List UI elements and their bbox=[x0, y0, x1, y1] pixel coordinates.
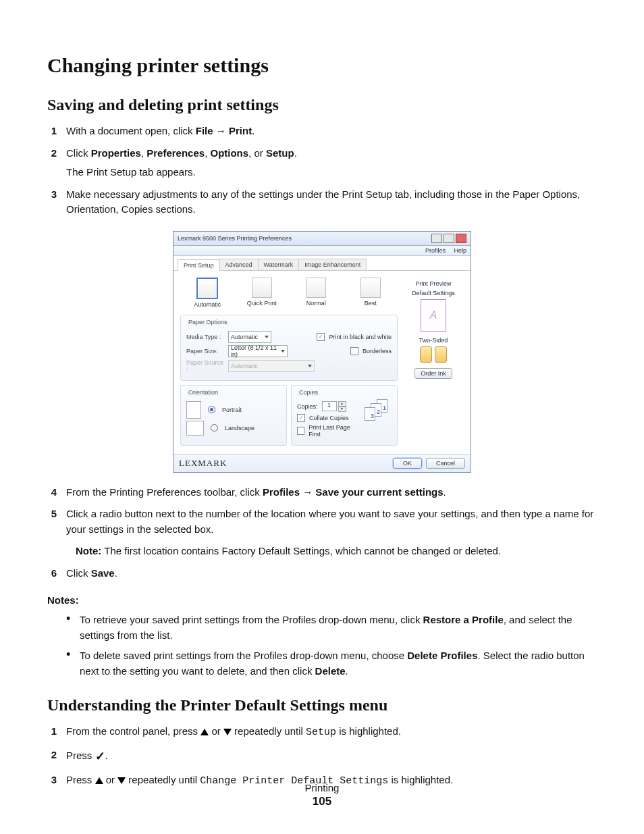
step-number: 5 bbox=[47, 506, 57, 559]
print-preview-link[interactable]: Print Preview bbox=[403, 280, 464, 287]
copies-input[interactable]: 1 bbox=[322, 401, 337, 411]
step-body: Click a radio button next to the number … bbox=[66, 506, 597, 559]
paper-size-select[interactable]: Letter (8 1/2 x 11 in) bbox=[228, 345, 288, 357]
collate-preview-icon: 1 2 3 bbox=[365, 399, 392, 419]
step-body: Make necessary adjustments to any of the… bbox=[66, 187, 597, 217]
tab-image-enhancement[interactable]: Image Enhancement bbox=[298, 259, 367, 270]
paper-options-group: Paper Options Media Type : Automatic ✓ P… bbox=[180, 315, 398, 381]
footer-section: Printing bbox=[0, 782, 644, 793]
bullet-icon: • bbox=[66, 648, 73, 679]
print-bw-label: Print in black and white bbox=[329, 334, 392, 340]
ink-icon bbox=[420, 346, 432, 363]
portrait-radio[interactable] bbox=[208, 406, 215, 413]
print-bw-checkbox[interactable]: ✓ bbox=[317, 333, 325, 341]
tab-print-setup[interactable]: Print Setup bbox=[178, 259, 220, 271]
ok-button[interactable]: OK bbox=[393, 458, 422, 469]
copies-group: Copies Copies: 1▲▼ ✓Collate Copies Print… bbox=[291, 385, 398, 446]
spin-up-icon[interactable]: ▲ bbox=[338, 401, 346, 407]
landscape-thumb-icon bbox=[186, 421, 204, 436]
last-page-first-checkbox[interactable] bbox=[297, 427, 304, 435]
close-icon[interactable] bbox=[456, 234, 466, 243]
chevron-down-icon bbox=[265, 336, 269, 338]
chevron-down-icon bbox=[281, 350, 285, 353]
media-type-select[interactable]: Automatic bbox=[228, 331, 271, 343]
spin-down-icon[interactable]: ▼ bbox=[338, 407, 346, 412]
page-title: Changing printer settings bbox=[47, 54, 597, 77]
step-number: 4 bbox=[47, 485, 57, 500]
media-type-label: Media Type : bbox=[186, 334, 224, 340]
portrait-thumb-icon bbox=[186, 401, 201, 419]
maximize-icon[interactable] bbox=[444, 234, 454, 243]
step-number: 3 bbox=[47, 187, 57, 217]
section-heading-understanding: Understanding the Printer Default Settin… bbox=[47, 696, 597, 714]
tab-advanced[interactable]: Advanced bbox=[219, 259, 259, 270]
printing-preferences-dialog: Lexmark 9500 Series Printing Preferences… bbox=[173, 231, 471, 473]
minimize-icon[interactable] bbox=[431, 234, 442, 243]
step-number: 1 bbox=[47, 724, 57, 741]
step-body: From the control panel, press or repeate… bbox=[66, 724, 597, 741]
step-body: Press ✓. bbox=[66, 748, 597, 766]
default-settings-link[interactable]: Default Settings bbox=[403, 290, 464, 296]
up-arrow-icon bbox=[200, 729, 209, 735]
profiles-menu[interactable]: Profiles bbox=[425, 247, 446, 254]
mode-normal[interactable]: Normal bbox=[297, 278, 335, 308]
step-body: From the Printing Preferences toolbar, c… bbox=[66, 485, 597, 500]
order-ink-button[interactable]: Order Ink bbox=[414, 368, 452, 379]
check-icon: ✓ bbox=[95, 748, 105, 766]
step-number: 1 bbox=[47, 124, 57, 139]
paper-size-label: Paper Size: bbox=[186, 348, 224, 355]
borderless-label: Borderless bbox=[363, 348, 392, 355]
paper-source-label: Paper Source : bbox=[186, 359, 224, 373]
notes-list: •To retrieve your saved print settings f… bbox=[66, 613, 597, 679]
section-heading-saving: Saving and deleting print settings bbox=[47, 96, 597, 114]
chevron-down-icon bbox=[308, 365, 312, 367]
help-menu[interactable]: Help bbox=[454, 247, 466, 254]
page-number: 105 bbox=[0, 795, 644, 808]
step-body: With a document open, click File → Print… bbox=[66, 124, 597, 139]
ink-icon bbox=[435, 346, 447, 363]
collate-checkbox[interactable]: ✓ bbox=[297, 414, 305, 422]
steps-understanding: 1 From the control panel, press or repea… bbox=[47, 724, 597, 789]
step-number: 2 bbox=[47, 146, 57, 180]
mode-automatic[interactable]: Automatic bbox=[188, 278, 226, 308]
paper-source-select: Automatic bbox=[228, 360, 315, 372]
steps-saving-cont: 4 From the Printing Preferences toolbar,… bbox=[47, 485, 597, 581]
bullet-icon: • bbox=[66, 613, 73, 643]
tab-watermark[interactable]: Watermark bbox=[258, 259, 300, 270]
brand-logo: LEXMARK bbox=[179, 458, 389, 469]
page-preview-icon: A bbox=[421, 299, 446, 332]
down-arrow-icon bbox=[223, 729, 232, 735]
mode-quick-print[interactable]: Quick Print bbox=[243, 278, 281, 308]
cancel-button[interactable]: Cancel bbox=[426, 458, 465, 469]
dialog-title: Lexmark 9500 Series Printing Preferences bbox=[178, 235, 431, 242]
landscape-radio[interactable] bbox=[211, 424, 218, 432]
step-body: Click Properties, Preferences, Options, … bbox=[66, 146, 597, 180]
steps-saving: 1 With a document open, click File → Pri… bbox=[47, 124, 597, 217]
step-number: 2 bbox=[47, 748, 57, 766]
step-body: Click Save. bbox=[66, 566, 597, 581]
notes-heading: Notes: bbox=[47, 594, 597, 606]
page-footer: Printing 105 bbox=[0, 782, 644, 808]
two-sided-link[interactable]: Two-Sided bbox=[403, 337, 464, 344]
mode-best[interactable]: Best bbox=[352, 278, 390, 308]
note-item: To retrieve your saved print settings fr… bbox=[80, 613, 597, 643]
orientation-group: Orientation Portrait Landscape bbox=[180, 385, 287, 446]
step-number: 6 bbox=[47, 566, 57, 581]
borderless-checkbox[interactable] bbox=[350, 347, 358, 355]
note-item: To delete saved print settings from the … bbox=[80, 648, 597, 679]
